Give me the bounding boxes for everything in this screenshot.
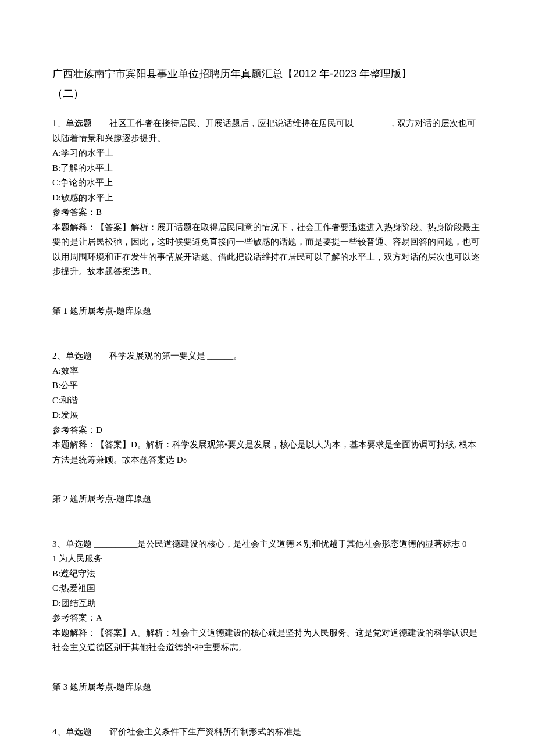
title-line-1: 广西壮族南宁市宾阳县事业单位招聘历年真题汇总【2012 年-2023 年整理版】 <box>52 64 483 84</box>
option-d: D:敏感的水平上 <box>52 191 483 206</box>
question-2: 2、单选题 科学发展观的第一要义是 ______。 A:效率 B:公平 C:和谐… <box>52 349 483 467</box>
option-c: C:和谐 <box>52 393 483 409</box>
question-footer: 第 3 题所属考点-题库原题 <box>52 680 483 695</box>
question-stem: 2、单选题 科学发展观的第一要义是 ______。 <box>52 349 483 364</box>
option-b: B:了解的水平上 <box>52 161 483 176</box>
question-1: 1、单选题 社区工作者在接待居民、开展话题后，应把说话维持在居民可以 ，双方对话… <box>52 116 483 280</box>
reference-answer: 参考答案：D <box>52 423 483 438</box>
reference-answer: 参考答案：A <box>52 611 483 626</box>
reference-answer: 参考答案：B <box>52 205 483 220</box>
question-3: 3、单选题 __________是公民道德建设的核心，是社会主义道德区别和优越于… <box>52 537 483 655</box>
explanation: 本题解释：【答案】D。解析：科学发展观第•要义是发展，核心是以人为本，基本要求是… <box>52 438 483 467</box>
option-c: C:热爱祖国 <box>52 581 483 596</box>
option-d: D:团结互助 <box>52 596 483 611</box>
title-line-2: （二） <box>52 84 483 103</box>
document-title: 广西壮族南宁市宾阳县事业单位招聘历年真题汇总【2012 年-2023 年整理版】… <box>52 64 483 103</box>
explanation: 本题解释：【答案】解析：展开话题在取得居民同意的情况下，社会工作者要迅速进入热身… <box>52 220 483 280</box>
option-a: 1 为人民服务 <box>52 551 483 567</box>
option-c: C:争论的水平上 <box>52 175 483 191</box>
question-4: 4、单选题 评价社会主义条件下生产资料所有制形式的标准是 <box>52 725 483 740</box>
question-stem: 3、单选题 __________是公民道德建设的核心，是社会主义道德区别和优越于… <box>52 537 483 552</box>
explanation: 本题解释：【答案】A。解析：社会主义道德建设的核心就是坚持为人民服务。这是党对道… <box>52 626 483 655</box>
question-stem: 1、单选题 社区工作者在接待居民、开展话题后，应把说话维持在居民可以 ，双方对话… <box>52 116 483 146</box>
option-a: A:效率 <box>52 364 483 379</box>
option-b: B:公平 <box>52 378 483 393</box>
option-b: B:遵纪守法 <box>52 567 483 582</box>
question-options: A:效率 B:公平 C:和谐 D:发展 <box>52 364 483 423</box>
option-d: D:发展 <box>52 408 483 423</box>
question-footer: 第 1 题所属考点-题库原题 <box>52 304 483 319</box>
question-options: A:学习的水平上 B:了解的水平上 C:争论的水平上 D:敏感的水平上 <box>52 146 483 205</box>
document-page: 广西壮族南宁市宾阳县事业单位招聘历年真题汇总【2012 年-2023 年整理版】… <box>0 0 535 756</box>
question-options: 1 为人民服务 B:遵纪守法 C:热爱祖国 D:团结互助 <box>52 551 483 611</box>
question-stem: 4、单选题 评价社会主义条件下生产资料所有制形式的标准是 <box>52 725 483 740</box>
question-footer: 第 2 题所属考点-题库原题 <box>52 492 483 507</box>
option-a: A:学习的水平上 <box>52 146 483 161</box>
